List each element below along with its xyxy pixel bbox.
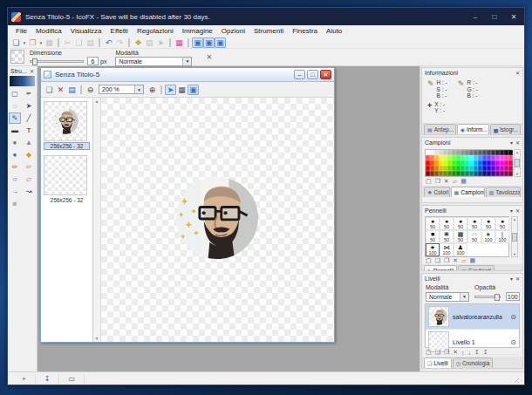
layer-action-button[interactable]: ↧: [483, 349, 488, 356]
layer-action-button[interactable]: ↓: [468, 350, 472, 356]
doc-toolbar-button[interactable]: ➤: [165, 85, 176, 95]
visibility-eye-icon[interactable]: ⊙: [510, 313, 516, 321]
tool-button[interactable]: ✏: [23, 161, 35, 173]
doc-maximize-button[interactable]: □: [307, 70, 318, 79]
maximize-button[interactable]: □: [488, 10, 501, 23]
toolbar-button[interactable]: [188, 38, 189, 47]
tool-button[interactable]: ✎: [9, 112, 21, 124]
menu-item[interactable]: Modifica: [31, 27, 66, 35]
color-swatch[interactable]: [508, 171, 513, 176]
resize-grip[interactable]: [511, 375, 519, 383]
brush-action-button[interactable]: ▦: [469, 257, 475, 264]
brush-scrollbar[interactable]: ▲▼: [511, 216, 518, 257]
toolbar-button[interactable]: ❏: [10, 37, 22, 48]
swatch-action-button[interactable]: ❐: [435, 178, 440, 185]
size-input[interactable]: 6: [87, 57, 99, 65]
antialias-icon[interactable]: ✕: [206, 53, 212, 61]
brush-item[interactable]: ● 50: [440, 217, 454, 230]
layer-action-button[interactable]: ↥: [474, 349, 480, 356]
visibility-eye-icon[interactable]: ⊙: [510, 338, 516, 346]
panel-tab[interactable]: ▅ Istogr...: [490, 124, 521, 134]
size-slider[interactable]: [30, 60, 84, 63]
brush-action-button[interactable]: ▱: [461, 257, 466, 264]
tool-button[interactable]: ▬: [9, 125, 21, 136]
doc-toolbar-button[interactable]: ▤: [66, 85, 78, 95]
doc-toolbar-button[interactable]: [160, 85, 162, 94]
swatch-scrollbar[interactable]: ▲▼: [514, 149, 521, 177]
toolbar-button[interactable]: ↷: [114, 37, 126, 48]
panel-tab[interactable]: ❏ Livelli: [424, 358, 452, 368]
tool-button[interactable]: ◌: [9, 100, 21, 112]
panel-tab[interactable]: ✎ Pennelli: [424, 265, 457, 271]
panel-tab[interactable]: ▤ Antep...: [424, 124, 456, 134]
tool-button[interactable]: ╱: [23, 112, 35, 124]
brush-item[interactable]: ● 50: [467, 217, 481, 230]
toolbar-button[interactable]: ▣: [192, 37, 203, 48]
toolbar-button[interactable]: ▤: [85, 37, 96, 48]
toolbar-button[interactable]: [58, 38, 59, 47]
toolbar-button[interactable]: ▦: [44, 37, 55, 48]
toolbar-button[interactable]: ✂: [62, 37, 73, 48]
toolbar-button[interactable]: [128, 38, 130, 47]
panel-tab[interactable]: ◉ Inform...: [457, 124, 490, 134]
status-icon[interactable]: +: [13, 374, 36, 384]
close-icon[interactable]: ✕: [515, 208, 520, 214]
brush-item[interactable]: ♟ 100: [454, 243, 467, 256]
tool-button[interactable]: ●: [9, 149, 21, 160]
scroll-up-icon[interactable]: ▲: [95, 99, 99, 104]
close-button[interactable]: ✕: [507, 10, 521, 23]
swatch-action-button[interactable]: ▢: [426, 178, 432, 185]
layer-action-button[interactable]: ✕: [453, 349, 458, 356]
brush-action-button[interactable]: ✕: [453, 257, 458, 264]
layer-action-button[interactable]: ❐: [444, 349, 449, 356]
brush-item[interactable]: ■ 50: [426, 230, 440, 243]
image-thumbnail[interactable]: 256x256 - 32: [44, 155, 90, 204]
swatch-action-button[interactable]: ✕: [444, 178, 449, 185]
menu-item[interactable]: Opzioni: [217, 27, 249, 35]
layer-action-button[interactable]: ↑: [461, 350, 465, 356]
brush-item[interactable]: ⋈ 100: [440, 243, 454, 256]
brush-item[interactable]: ∴ 50: [467, 230, 481, 243]
blend-mode-select[interactable]: Normale ▼: [426, 292, 469, 302]
opacity-slider[interactable]: [474, 296, 501, 298]
tool-button[interactable]: ✒: [23, 88, 35, 99]
brush-item[interactable]: ● 50: [495, 217, 509, 230]
scroll-down-icon[interactable]: ▼: [95, 336, 99, 341]
status-icon[interactable]: ↧: [36, 374, 60, 384]
tool-button[interactable]: ○: [9, 174, 21, 185]
swatch-action-button[interactable]: ▱: [453, 178, 457, 185]
tool-button[interactable]: ▱: [23, 174, 35, 185]
close-icon[interactable]: ✕: [515, 140, 520, 146]
doc-toolbar-button[interactable]: ▦: [176, 85, 188, 95]
toolbar-button[interactable]: ▤: [144, 37, 155, 48]
canvas[interactable]: [101, 98, 334, 342]
panel-tab[interactable]: ▨ Gradienti: [458, 265, 494, 271]
tool-button[interactable]: ✏: [9, 161, 21, 173]
brush-item[interactable]: ★ 100: [426, 243, 440, 256]
toolbar-button[interactable]: [169, 38, 171, 47]
layer-row[interactable]: salvatorearanzulla ⊙: [426, 304, 519, 330]
brush-item[interactable]: ▩ 50: [454, 230, 467, 243]
menu-item[interactable]: Regolazioni: [133, 27, 178, 35]
doc-toolbar-button[interactable]: ⊕: [147, 85, 158, 95]
brush-item[interactable]: ∗ 100: [481, 230, 495, 243]
toolbar-button[interactable]: ▣: [203, 37, 215, 48]
brush-item[interactable]: ● 50: [454, 217, 467, 230]
image-thumbnail[interactable]: 256x256 - 32: [44, 101, 90, 150]
tool-button[interactable]: ↝: [23, 186, 35, 197]
menu-item[interactable]: Visualizza: [66, 27, 106, 35]
panel-tab[interactable]: ❖ Colori: [424, 187, 450, 197]
doc-toolbar-button[interactable]: [80, 85, 82, 94]
toolbar-button[interactable]: ❐: [27, 37, 38, 48]
swatch-action-button[interactable]: ▦: [460, 178, 467, 185]
close-icon[interactable]: ✕: [515, 70, 520, 76]
status-icon[interactable]: ▭: [59, 374, 85, 384]
menu-item[interactable]: Aiuto: [322, 27, 346, 35]
menu-item[interactable]: File: [11, 27, 31, 35]
toolbar-button[interactable]: [99, 38, 100, 47]
menu-item[interactable]: Effetti: [106, 27, 133, 35]
close-icon[interactable]: ✕: [515, 276, 520, 282]
doc-toolbar-button[interactable]: ▣: [188, 85, 199, 95]
menu-item[interactable]: Immagine: [178, 27, 217, 35]
panel-tab[interactable]: ▦ Campioni: [451, 187, 485, 197]
